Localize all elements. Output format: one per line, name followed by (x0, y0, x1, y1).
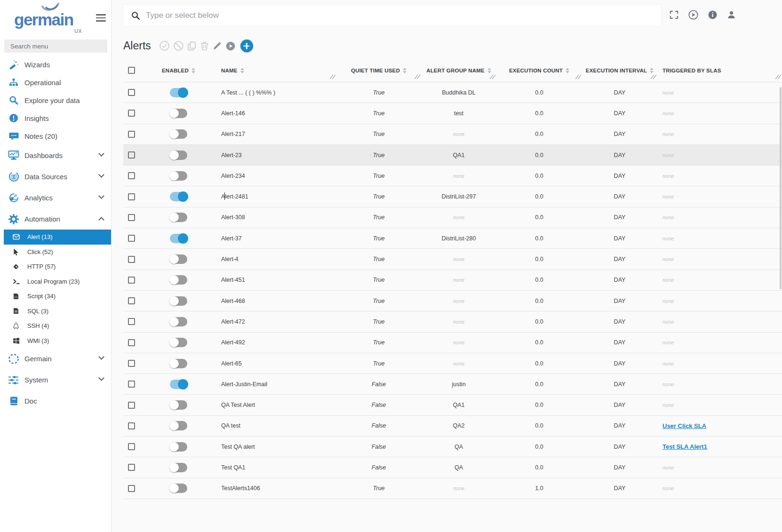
enabled-toggle[interactable] (170, 338, 187, 347)
sort-icon[interactable] (403, 68, 407, 73)
table-row[interactable]: Alert-217 True none 0.0 DAY none (123, 124, 782, 145)
row-checkbox[interactable] (128, 381, 135, 388)
check-circle-icon[interactable] (160, 41, 169, 51)
table-row[interactable]: Alert-Justin-Email False justin 0.0 DAY … (123, 374, 782, 395)
row-checkbox[interactable] (128, 277, 135, 284)
sidebar-item-analytics[interactable]: Analytics (0, 187, 111, 208)
table-row[interactable]: Alert-451 True none 0.0 DAY none (123, 270, 782, 291)
enabled-toggle[interactable] (170, 296, 187, 306)
sidebar-item-http[interactable]: HTTP (57) (0, 259, 111, 274)
sidebar-item-data-sources[interactable]: Data Sources (0, 166, 111, 187)
row-checkbox[interactable] (128, 443, 135, 450)
enabled-toggle[interactable] (170, 171, 187, 181)
sort-icon[interactable] (192, 68, 195, 73)
table-row[interactable]: Alert-4 True none 0.0 DAY none (123, 249, 782, 270)
sort-icon[interactable] (240, 68, 244, 73)
column-header-triggered-by-slas[interactable]: TRIGGERED BY SLAS (657, 59, 782, 82)
fullscreen-icon[interactable] (670, 10, 678, 19)
sidebar-item-explore-your-data[interactable]: Explore your data (0, 91, 111, 109)
global-search-input[interactable] (146, 11, 661, 20)
sidebar-item-automation[interactable]: Automation (0, 208, 111, 230)
table-row[interactable]: TestAlerts1406 True none 1.0 DAY none (123, 478, 782, 499)
sort-icon[interactable] (650, 68, 654, 73)
sidebar-item-sql[interactable]: SQL (3) (0, 304, 111, 319)
enabled-toggle[interactable] (170, 317, 187, 326)
hamburger-menu-icon[interactable] (96, 14, 106, 22)
table-row[interactable]: Alert-65 True none 0.0 DAY none (123, 353, 782, 374)
enabled-toggle[interactable] (170, 463, 187, 472)
enabled-toggle[interactable] (170, 275, 187, 285)
sidebar-item-insights[interactable]: Insights (0, 109, 111, 127)
table-row[interactable]: Alert-308 True none 0.0 DAY none (123, 207, 782, 228)
info-icon[interactable] (708, 10, 717, 19)
select-all-checkbox[interactable] (128, 67, 135, 74)
column-resize-handle[interactable] (415, 74, 420, 79)
column-header-alert-group-name[interactable]: ALERT GROUP NAME (421, 59, 496, 82)
table-row[interactable]: QA Test Alert False QA1 0.0 DAY none (123, 395, 782, 415)
row-checkbox[interactable] (128, 318, 135, 325)
row-checkbox[interactable] (128, 422, 135, 429)
row-checkbox[interactable] (128, 339, 135, 346)
table-row[interactable]: Alert-146 True test 0.0 DAY none (123, 103, 782, 124)
table-row[interactable]: Test QA1 False QA 0.0 DAY none (123, 457, 782, 478)
sort-icon[interactable] (566, 68, 569, 73)
sidebar-search-input[interactable] (4, 40, 107, 53)
add-icon[interactable] (240, 40, 253, 52)
table-row[interactable]: Alert-37 True DistriList-280 0.0 DAY non… (123, 228, 782, 249)
table-row[interactable]: Alert-472 True none 0.0 DAY none (123, 311, 782, 332)
column-resize-handle[interactable] (490, 74, 495, 79)
enabled-toggle[interactable] (170, 192, 187, 201)
column-resize-handle[interactable] (330, 74, 335, 79)
column-resize-handle[interactable] (776, 74, 781, 79)
row-checkbox[interactable] (128, 89, 135, 96)
sla-link[interactable]: Test SLA Alert1 (662, 443, 707, 450)
row-checkbox[interactable] (128, 131, 135, 138)
row-checkbox[interactable] (128, 485, 135, 492)
table-row[interactable]: Test QA alert False QA 0.0 DAY Test SLA … (123, 437, 782, 457)
sidebar-item-click[interactable]: Click (52) (0, 245, 111, 260)
sidebar-item-operational[interactable]: Operational (0, 73, 111, 91)
column-header-name[interactable]: NAME (217, 59, 336, 82)
table-row[interactable]: Alert-234 True none 0.0 DAY none (123, 166, 782, 186)
trash-icon[interactable] (200, 41, 208, 51)
row-checkbox[interactable] (128, 297, 135, 304)
sidebar-item-doc[interactable]: Doc (0, 390, 111, 412)
row-checkbox[interactable] (128, 402, 135, 409)
pencil-icon[interactable] (213, 41, 222, 50)
sidebar-item-system[interactable]: System (0, 369, 111, 390)
row-checkbox[interactable] (128, 464, 135, 471)
enabled-toggle[interactable] (170, 254, 187, 264)
row-checkbox[interactable] (128, 360, 135, 367)
ban-icon[interactable] (174, 41, 184, 51)
column-resize-handle[interactable] (651, 74, 656, 79)
sidebar-item-notes[interactable]: Notes (20) (0, 127, 111, 145)
sidebar-item-ssh[interactable]: SSH (4) (0, 318, 111, 333)
row-checkbox[interactable] (128, 193, 135, 200)
enabled-toggle[interactable] (170, 234, 187, 243)
table-row[interactable]: Alert-492 True none 0.0 DAY none (123, 333, 782, 353)
enabled-toggle[interactable] (170, 421, 187, 430)
table-row[interactable]: QA test False QA2 0.0 DAY User Click SLA (123, 416, 782, 437)
enabled-toggle[interactable] (170, 484, 187, 493)
play-circle-icon[interactable] (688, 10, 698, 20)
sidebar-item-alert[interactable]: Alert (13) (4, 230, 111, 245)
enabled-toggle[interactable] (170, 400, 187, 410)
table-row[interactable]: Alert-23 True QA1 0.0 DAY none (123, 145, 782, 166)
copy-icon[interactable] (188, 41, 196, 51)
enabled-toggle[interactable] (170, 151, 187, 160)
row-checkbox[interactable] (128, 172, 135, 179)
column-header-enabled[interactable]: ENABLED (140, 59, 217, 82)
sidebar-item-dashboards[interactable]: Dashboards (0, 145, 111, 166)
column-header-execution-count[interactable]: EXECUTION COUNT (496, 59, 582, 82)
sort-icon[interactable] (487, 68, 491, 73)
user-icon[interactable] (727, 10, 736, 19)
sidebar-item-script[interactable]: Script (34) (0, 289, 111, 304)
enabled-toggle[interactable] (170, 109, 187, 118)
table-row[interactable]: A Test ... ( ( ) %%% ) True Buddhika DL … (123, 82, 782, 103)
table-row[interactable]: Alert-2481 True DistriList-297 0.0 DAY n… (123, 186, 782, 207)
column-header-execution-interval[interactable]: EXECUTION INTERVAL (582, 59, 657, 82)
row-checkbox[interactable] (128, 235, 135, 242)
vertical-scrollbar[interactable] (780, 87, 782, 289)
enabled-toggle[interactable] (170, 213, 187, 222)
row-checkbox[interactable] (128, 110, 135, 117)
